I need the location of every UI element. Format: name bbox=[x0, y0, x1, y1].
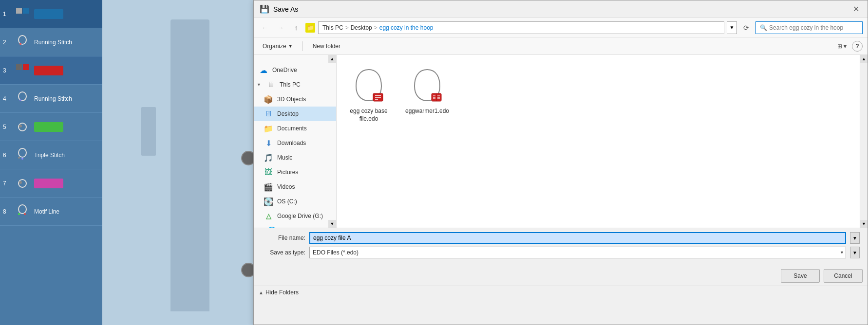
documents-icon: 📁 bbox=[264, 124, 273, 133]
file-item-eggwarmer1[interactable]: eggwarmer1.edo bbox=[403, 63, 452, 118]
svg-point-2 bbox=[19, 36, 26, 44]
stitch-num-7: 7 bbox=[3, 180, 11, 187]
up-button[interactable]: ↑ bbox=[290, 21, 302, 34]
svg-rect-5 bbox=[23, 64, 29, 70]
stitch-num-3: 3 bbox=[3, 67, 11, 74]
back-button[interactable]: ← bbox=[259, 21, 271, 34]
sidebar-item-thispc[interactable]: ▼ 🖥 This PC bbox=[254, 77, 336, 92]
stitch-row-5[interactable]: 5 bbox=[0, 113, 102, 141]
forward-button[interactable]: → bbox=[274, 21, 287, 34]
thispc-icon: 🖥 bbox=[266, 80, 276, 89]
stitch-row-7[interactable]: 7 bbox=[0, 169, 102, 198]
address-dropdown-btn[interactable]: ▼ bbox=[727, 21, 737, 34]
osc-icon: 💽 bbox=[264, 197, 273, 206]
toolbar-separator bbox=[302, 41, 303, 51]
path-this-pc[interactable]: This PC bbox=[322, 24, 343, 31]
filename-row: File name: ▼ bbox=[262, 232, 860, 244]
onedrive-icon: ☁ bbox=[259, 66, 268, 75]
stitch-icon-5 bbox=[14, 118, 31, 136]
stitch-row-1[interactable]: 1 bbox=[0, 0, 102, 28]
saveastype-select[interactable]: EDO Files (*.edo) bbox=[309, 247, 846, 258]
sidebar-item-videos[interactable]: 🎬 Videos bbox=[254, 180, 336, 194]
search-box[interactable]: 🔍 bbox=[755, 21, 863, 34]
stitch-row-8[interactable]: 8 Motif Line bbox=[0, 198, 102, 226]
stitch-num-2: 2 bbox=[3, 39, 11, 46]
hide-folders-row: ▲ Hide Folders bbox=[254, 286, 868, 299]
color-bar-5 bbox=[34, 122, 63, 132]
filename-input[interactable] bbox=[309, 232, 846, 244]
onedrive-label: OneDrive bbox=[272, 67, 297, 73]
help-button[interactable]: ? bbox=[852, 41, 863, 52]
network-label: Network bbox=[281, 227, 302, 228]
address-path[interactable]: This PC > Desktop > egg cozy in the hoop bbox=[318, 21, 724, 34]
bottom-section: File name: ▼ Save as type: EDO Files (*.… bbox=[254, 228, 868, 265]
sidebar-item-documents[interactable]: 📁 Documents bbox=[254, 121, 336, 136]
hide-folders-button[interactable]: ▲ Hide Folders bbox=[259, 289, 299, 296]
cancel-button[interactable]: Cancel bbox=[824, 269, 863, 283]
videos-icon: 🎬 bbox=[264, 182, 273, 192]
svg-point-12 bbox=[21, 158, 23, 160]
path-egg-cozy[interactable]: egg cozy in the hoop bbox=[379, 24, 434, 31]
path-sep-1: > bbox=[345, 24, 349, 31]
stitch-label-6: Triple Stitch bbox=[34, 152, 99, 159]
stitch-num-6: 6 bbox=[3, 152, 11, 159]
svg-rect-1 bbox=[23, 8, 29, 14]
downloads-icon: ⬇ bbox=[264, 139, 273, 148]
thispc-label: This PC bbox=[280, 81, 301, 88]
color-bar-1 bbox=[34, 9, 63, 19]
stitch-icon-3 bbox=[14, 62, 31, 79]
file-item-egg-cozy-base[interactable]: egg cozy basefile.edo bbox=[344, 63, 393, 126]
svg-point-16 bbox=[18, 213, 20, 215]
pictures-label: Pictures bbox=[277, 169, 298, 176]
scroll-up-btn[interactable]: ▲ bbox=[860, 55, 868, 63]
search-icon: 🔍 bbox=[760, 24, 767, 31]
stitch-num-8: 8 bbox=[3, 208, 11, 215]
files-area: egg cozy basefile.edo bbox=[337, 55, 860, 228]
googledrive-icon: △ bbox=[264, 212, 273, 220]
sidebar-scroll-up[interactable]: ▲ bbox=[328, 55, 336, 63]
svg-point-10 bbox=[19, 148, 26, 157]
organize-button[interactable]: Organize ▼ bbox=[259, 41, 297, 51]
path-desktop[interactable]: Desktop bbox=[351, 24, 372, 31]
file-badge-1 bbox=[373, 92, 383, 103]
stitch-row-6[interactable]: 6 Triple Stitch bbox=[0, 141, 102, 169]
file-badge-2 bbox=[431, 92, 442, 103]
desktop-label: Desktop bbox=[277, 110, 299, 117]
sidebar-item-music[interactable]: 🎵 Music bbox=[254, 150, 336, 165]
filename-dropdown-btn[interactable]: ▼ bbox=[850, 232, 860, 244]
sidebar-item-3dobjects[interactable]: 📦 3D Objects bbox=[254, 92, 336, 107]
sidebar-scroll-down[interactable]: ▼ bbox=[328, 220, 336, 228]
stitch-row-2[interactable]: 2 Running Stitch bbox=[0, 28, 102, 56]
toolbar-right: ⊞▼ ? bbox=[836, 40, 863, 53]
sidebar-item-desktop[interactable]: 🖥 Desktop bbox=[254, 107, 336, 121]
sidebar-item-osc[interactable]: 💽 OS (C:) bbox=[254, 194, 336, 209]
stitch-row-3[interactable]: 3 bbox=[0, 56, 102, 85]
sidebar-nav: ▲ ☁ OneDrive ▼ 🖥 This PC 📦 3D Objects 🖥 … bbox=[254, 55, 337, 228]
content-area: ▲ ☁ OneDrive ▼ 🖥 This PC 📦 3D Objects 🖥 … bbox=[254, 55, 868, 228]
sidebar-item-onedrive[interactable]: ☁ OneDrive bbox=[254, 63, 336, 77]
close-button[interactable]: ✕ bbox=[850, 3, 862, 15]
stitch-row-4[interactable]: 4 Running Stitch bbox=[0, 85, 102, 113]
documents-label: Documents bbox=[277, 125, 307, 132]
saveastype-dropdown-btn[interactable]: ▼ bbox=[850, 247, 860, 258]
view-options-button[interactable]: ⊞▼ bbox=[836, 40, 849, 53]
sidebar-item-downloads[interactable]: ⬇ Downloads bbox=[254, 136, 336, 150]
search-input[interactable] bbox=[769, 24, 858, 31]
refresh-button[interactable]: ⟳ bbox=[740, 21, 753, 34]
scroll-down-btn[interactable]: ▼ bbox=[860, 220, 868, 228]
hide-folders-label: Hide Folders bbox=[265, 289, 299, 296]
downloads-label: Downloads bbox=[277, 140, 306, 146]
files-scrollbar[interactable]: ▲ ▼ bbox=[860, 55, 868, 228]
stitch-icon-2 bbox=[14, 34, 31, 51]
stitch-label-8: Motif Line bbox=[34, 208, 99, 215]
save-button[interactable]: Save bbox=[781, 269, 820, 283]
sidebar-item-pictures[interactable]: 🖼 Pictures bbox=[254, 165, 336, 180]
svg-point-6 bbox=[19, 92, 26, 101]
dialog-title-left: 💾 Save As bbox=[260, 4, 298, 14]
stitch-label-4: Running Stitch bbox=[34, 95, 99, 102]
svg-rect-4 bbox=[16, 64, 22, 70]
sidebar-item-googledrive[interactable]: △ Google Drive (G:) bbox=[254, 209, 336, 223]
new-folder-button[interactable]: New folder bbox=[309, 41, 344, 51]
color-bar-7 bbox=[34, 179, 63, 188]
sidebar-item-network[interactable]: ▶ 🌐 Network bbox=[254, 223, 336, 228]
